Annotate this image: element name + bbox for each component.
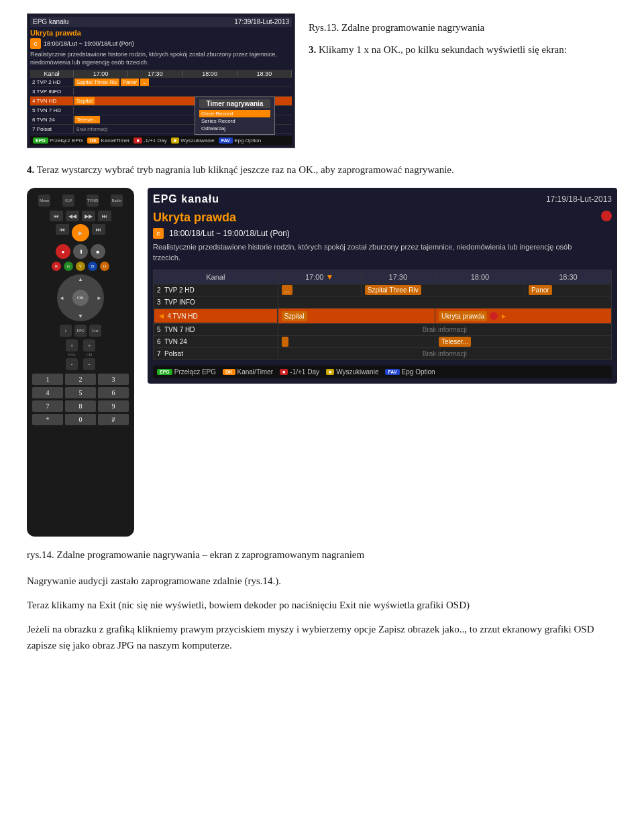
- small-screenshot: EPG kanału 17:39/18-Lut-2013 Ukryta praw…: [27, 13, 295, 148]
- color-red-btn[interactable]: R: [52, 262, 61, 271]
- remote-extra-row: i EPG List: [32, 325, 129, 337]
- remote-radio-btn[interactable]: Radio: [111, 195, 123, 207]
- para1: Nagrywanie audycji zastało zaprogramowan…: [27, 573, 617, 589]
- channel-row-3: 3 TVP INFO: [30, 87, 292, 97]
- num-9[interactable]: 9: [98, 400, 129, 412]
- rew2-btn[interactable]: ◀◀: [66, 211, 79, 221]
- large-ch-row-7: 7 Polsat Brak informacji: [154, 348, 612, 360]
- num-0[interactable]: 0: [65, 414, 96, 425]
- epg-small-title: EPG kanału: [33, 18, 68, 25]
- large-ch-4-prog-szpital: Szpital: [278, 309, 435, 324]
- footer-fav-btn: FAV Epg Option: [219, 137, 261, 144]
- large-ch-row-4-active: ◄ 4 TVN HD Szpital Ukryta prawda ►: [154, 309, 612, 324]
- prog-szpital-large: Szpital: [282, 311, 307, 321]
- footer-yellow-text: Wyszukiwanie: [336, 368, 378, 376]
- footer-yellow-btn-large: ■: [326, 369, 334, 375]
- color-yellow-btn[interactable]: Y: [76, 262, 85, 271]
- timer-item-play[interactable]: Odtwarzaj: [199, 125, 270, 132]
- pause-btn[interactable]: ⏸: [73, 244, 88, 259]
- timer-item-once[interactable]: Once Record: [199, 110, 270, 117]
- timer-item-series[interactable]: Series Record: [199, 117, 270, 125]
- step3-text: 3. Klikamy 1 x na OK., po kilku sekundac…: [309, 42, 617, 58]
- epg-small-show-title: Ukryta prawda: [30, 29, 292, 37]
- color-green-btn[interactable]: G: [64, 262, 73, 271]
- para2: Teraz klikamy na Exit (nic się nie wyświ…: [27, 597, 617, 613]
- nav-down-arrow[interactable]: ▼: [78, 313, 83, 319]
- header-1830: 18:30: [525, 270, 611, 284]
- num-asterisk[interactable]: *: [32, 414, 63, 425]
- num-8[interactable]: 8: [65, 400, 96, 412]
- prev-btn[interactable]: ⏮: [56, 224, 69, 235]
- num-5[interactable]: 5: [65, 387, 96, 398]
- ch-2-programs: Szpital Three Riv Panor ...: [74, 78, 292, 87]
- vol-up-btn[interactable]: +: [66, 339, 78, 351]
- large-channel-icon: C: [153, 228, 164, 239]
- footer-epg-text: Przełącz EPG: [174, 368, 216, 376]
- time-arrow: ▼: [326, 272, 334, 282]
- epg-large-footer: EPG Przełącz EPG OK Kanał/Timer ■ -1/+1 …: [153, 366, 612, 378]
- vol-down-btn[interactable]: -: [66, 358, 78, 370]
- prog-szpital-three-large: Szpital Three Riv: [365, 285, 421, 295]
- epg-small-desc: Realistycznie przedstawione historie rod…: [30, 51, 292, 66]
- para3: Jeżeli na obrazku z grafiką klikniemy pr…: [27, 621, 617, 653]
- large-ch-row-2: 2 TVP 2 HD ... Szpital Three Riv Panor: [154, 284, 612, 296]
- ch-list-btn[interactable]: List: [89, 325, 101, 337]
- info-btn[interactable]: i: [60, 325, 72, 337]
- prog-arrow-right: ►: [500, 313, 507, 320]
- rys14-caption: rys.14. Zdalne programowanie nagrywania …: [27, 547, 617, 563]
- nav-right-arrow[interactable]: ►: [97, 295, 102, 301]
- nav-up-arrow[interactable]: ▲: [78, 276, 83, 282]
- num-2[interactable]: 2: [65, 374, 96, 385]
- prog-brak-small: Brak informacji: [74, 126, 109, 132]
- num-4[interactable]: 4: [32, 387, 63, 398]
- step3-content: Klikamy 1 x na OK., po kilku sekundach w…: [319, 44, 567, 55]
- rec-btn[interactable]: ●: [56, 244, 70, 259]
- ff-btn[interactable]: ▶▶: [82, 211, 95, 221]
- color-blue-btn[interactable]: B: [88, 262, 97, 271]
- rew-btn[interactable]: ⏮: [50, 211, 63, 221]
- large-ch-row-6: 6 TVN 24 Teleser...: [154, 336, 612, 348]
- large-ch-2-prog-dots: ...: [278, 284, 361, 296]
- num-1[interactable]: 1: [32, 374, 63, 385]
- nav-outer-ring[interactable]: ▲ ▼ ◄ ► OK: [57, 274, 104, 321]
- ch-up-btn[interactable]: +: [83, 339, 95, 351]
- remote-sleep-btn[interactable]: SLP: [62, 195, 74, 207]
- step3-num: 3.: [309, 44, 316, 55]
- right-text-top: Rys.13. Zdalne programowanie nagrywania …: [309, 13, 617, 64]
- ok-btn-orange: OK: [87, 137, 100, 144]
- large-ch-5-cell: 5 TVN 7 HD: [154, 324, 278, 336]
- remote-menu-btn[interactable]: Menu: [38, 195, 50, 207]
- next-btn[interactable]: ⏭: [92, 224, 105, 235]
- footer-fav-text: Epg Option: [402, 368, 435, 376]
- num-hash[interactable]: #: [98, 414, 129, 425]
- footer-yellow-large: ■ Wyszukiwanie: [326, 368, 379, 376]
- epg-large-grid: Kanał 17:00 ▼ 17:30 18:00 18:30 2 TVP 2 …: [153, 270, 612, 360]
- play-btn-main[interactable]: ▶: [72, 224, 89, 241]
- vol-controls: + VOL -: [66, 339, 78, 370]
- epg-small-show-time: 18:00/18/Lut ~ 19:00/18/Lut (Pon): [44, 40, 134, 47]
- color-orange-btn[interactable]: O: [100, 262, 109, 271]
- large-ch-7-brak: Brak informacji: [278, 348, 611, 360]
- epg-btn-remote[interactable]: EPG: [74, 325, 87, 337]
- large-ch-row-5: 5 TVN 7 HD Brak informacji: [154, 324, 612, 336]
- stop-btn[interactable]: ■: [91, 244, 105, 259]
- footer-red-btn-large: ■: [280, 369, 288, 375]
- ff2-btn[interactable]: ⏭: [98, 211, 111, 221]
- ch-controls: + CH -: [83, 339, 95, 370]
- ch-down-btn[interactable]: -: [83, 358, 95, 370]
- header-kanal: Kanał: [154, 270, 278, 284]
- num-7[interactable]: 7: [32, 400, 63, 412]
- large-show-desc: Realistycznie przedstawione historie rod…: [153, 242, 594, 263]
- prog-dots: ...: [282, 285, 292, 295]
- num-6[interactable]: 6: [98, 387, 129, 398]
- large-ch-6-cell: 6 TVN 24: [154, 336, 278, 348]
- nav-left-arrow[interactable]: ◄: [59, 295, 64, 301]
- num-3[interactable]: 3: [98, 374, 129, 385]
- kanal-col-header: Kanał: [30, 70, 74, 77]
- footer-ok-btn: OK Kanał/Timer: [87, 137, 130, 144]
- ch-5-name: 5 TVN 7 HD: [30, 107, 74, 114]
- ok-center-btn[interactable]: OK: [72, 290, 89, 306]
- ch4-name-text: 4 TVN HD: [167, 313, 197, 320]
- remote-tvhd-btn[interactable]: TVHD: [87, 195, 99, 207]
- header-1800: 18:00: [435, 270, 525, 284]
